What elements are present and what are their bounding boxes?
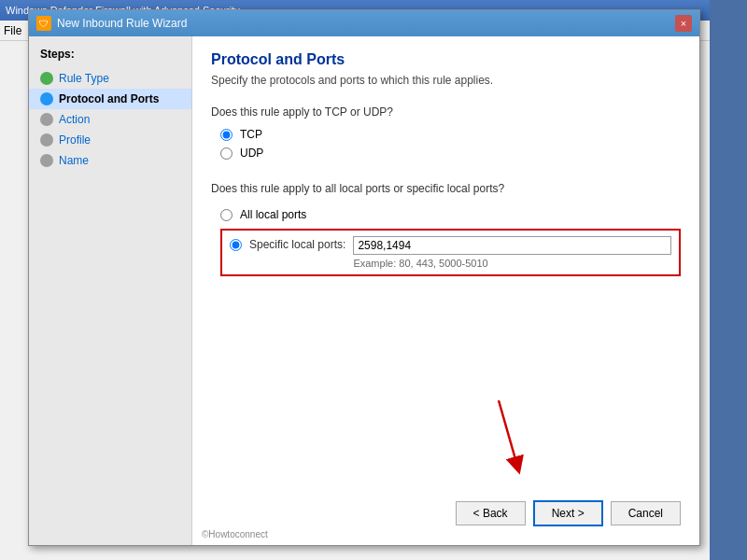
radio-udp[interactable] xyxy=(220,147,233,160)
ports-question: Does this rule apply to all local ports … xyxy=(211,182,681,195)
step-dot-action xyxy=(40,113,53,126)
page-title: Protocol and Ports xyxy=(211,51,681,68)
watermark: ©Howtoconnect xyxy=(202,529,268,539)
steps-sidebar: Steps: Rule Type Protocol and Ports Acti… xyxy=(29,36,192,545)
sidebar-item-profile[interactable]: Profile xyxy=(29,130,191,150)
ports-section: All local ports Specific local ports: Ex… xyxy=(211,208,681,276)
dialog-titlebar: 🛡 New Inbound Rule Wizard × xyxy=(29,10,699,36)
sidebar-item-protocol-and-ports[interactable]: Protocol and Ports xyxy=(29,89,191,109)
dialog-title: New Inbound Rule Wizard xyxy=(57,17,187,30)
sidebar-label-name: Name xyxy=(59,154,89,167)
radio-udp-item[interactable]: UDP xyxy=(220,147,681,160)
back-button[interactable]: < Back xyxy=(456,501,526,525)
step-dot-profile xyxy=(40,133,53,147)
dialog-body: Steps: Rule Type Protocol and Ports Acti… xyxy=(29,36,699,545)
sidebar-item-action[interactable]: Action xyxy=(29,109,191,130)
sidebar-label-action: Action xyxy=(59,113,90,126)
radio-udp-label: UDP xyxy=(240,147,263,160)
sidebar-item-name[interactable]: Name xyxy=(29,150,191,171)
radio-all-ports[interactable] xyxy=(220,209,233,221)
specific-ports-row: Specific local ports: Example: 80, 443, … xyxy=(220,229,681,276)
close-button[interactable]: × xyxy=(675,15,692,32)
sidebar-label-protocol: Protocol and Ports xyxy=(59,92,159,105)
cancel-button[interactable]: Cancel xyxy=(611,501,681,525)
steps-label: Steps: xyxy=(29,48,191,68)
step-dot-rule-type xyxy=(40,72,53,85)
svg-line-1 xyxy=(499,400,517,466)
protocol-question: Does this rule apply to TCP or UDP? xyxy=(211,105,681,119)
all-ports-label: All local ports xyxy=(240,208,306,221)
radio-tcp[interactable] xyxy=(220,129,233,141)
ports-example: Example: 80, 443, 5000-5010 xyxy=(353,258,671,269)
main-content-area: Protocol and Ports Specify the protocols… xyxy=(192,36,699,545)
protocol-radio-group: TCP UDP xyxy=(220,128,681,165)
radio-tcp-item[interactable]: TCP xyxy=(220,128,681,141)
ports-input-field[interactable] xyxy=(353,236,671,255)
annotation-arrow xyxy=(480,391,555,484)
sidebar-label-rule-type: Rule Type xyxy=(59,72,109,85)
page-subtitle: Specify the protocols and ports to which… xyxy=(211,74,681,87)
ports-input-area: Example: 80, 443, 5000-5010 xyxy=(353,236,671,269)
sidebar-item-rule-type[interactable]: Rule Type xyxy=(29,68,191,89)
step-dot-protocol xyxy=(40,92,53,105)
radio-specific-ports[interactable] xyxy=(230,239,242,251)
new-inbound-rule-dialog: 🛡 New Inbound Rule Wizard × Steps: Rule … xyxy=(28,9,700,546)
specific-ports-label: Specific local ports: xyxy=(249,238,345,251)
button-bar: < Back Next > Cancel xyxy=(211,489,681,530)
dialog-icon: 🛡 xyxy=(36,16,51,31)
sidebar-label-profile: Profile xyxy=(59,133,91,147)
all-ports-row[interactable]: All local ports xyxy=(220,208,681,221)
menu-file[interactable]: File xyxy=(4,24,21,37)
radio-tcp-label: TCP xyxy=(240,128,262,141)
step-dot-name xyxy=(40,154,53,167)
next-button[interactable]: Next > xyxy=(533,500,603,526)
